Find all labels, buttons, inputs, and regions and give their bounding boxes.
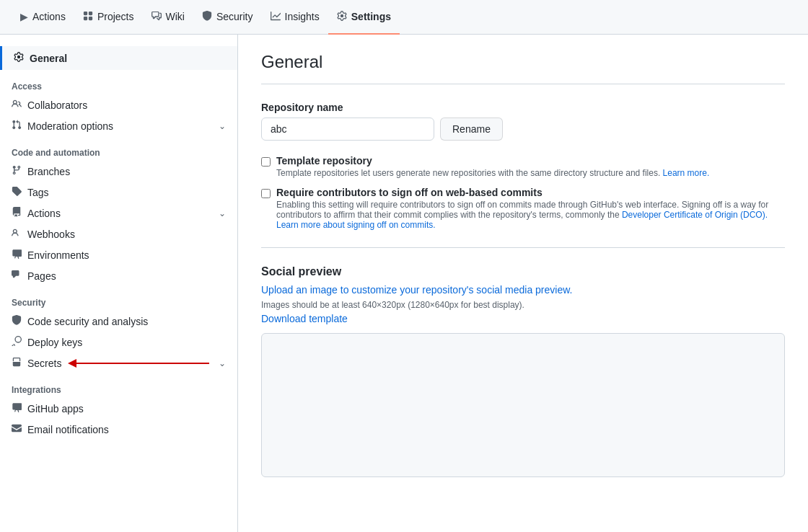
repo-name-row: Rename [261,118,785,141]
sidebar-section-access: Access [0,70,237,94]
template-repo-learn-more-link[interactable]: Learn more. [663,168,710,178]
security-icon [202,11,212,23]
repo-name-label: Repository name [261,102,785,113]
nav-settings-label: Settings [351,11,391,22]
sidebar-item-moderation[interactable]: Moderation options ⌄ [0,115,237,136]
sidebar-item-email-notifications[interactable]: Email notifications [0,419,237,440]
sidebar-item-pages[interactable]: Pages [0,265,237,286]
sidebar-secrets-container: Secrets ⌄ [0,353,237,373]
sidebar-tags-label: Tags [27,187,49,198]
actions-sidebar-icon [12,207,22,219]
nav-actions-label: Actions [32,11,66,22]
sidebar-item-deploy-keys[interactable]: Deploy keys [0,332,237,353]
nav-security[interactable]: Security [193,0,262,35]
sidebar-item-collaborators[interactable]: Collaborators [0,94,237,115]
wiki-icon [152,11,162,23]
repo-name-input[interactable] [261,118,434,141]
sidebar-item-code-security[interactable]: Code security and analysis [0,311,237,332]
tags-icon [12,186,22,198]
secrets-icon [12,357,22,369]
sidebar-github-apps-label: GitHub apps [27,403,84,414]
main-content: General Repository name Rename Template … [238,35,808,532]
projects-icon [83,11,93,23]
social-preview-title: Social preview [261,265,785,278]
sidebar-moderation-label: Moderation options [27,120,113,132]
sign-off-learn-more-link[interactable]: Learn more about signing off on commits. [276,220,436,230]
sidebar-section-integrations: Integrations [0,373,237,398]
code-security-icon [12,315,22,327]
sidebar-item-github-apps[interactable]: GitHub apps [0,398,237,419]
nav-wiki-label: Wiki [166,11,185,22]
actions-icon: ▶ [20,11,28,22]
nav-projects[interactable]: Projects [74,0,143,35]
sidebar-item-branches[interactable]: Branches [0,161,237,182]
sidebar-item-environments[interactable]: Environments [0,244,237,265]
collaborators-icon [12,99,22,111]
sign-off-desc: Enabling this setting will require contr… [276,200,785,230]
sidebar-section-automation: Code and automation [0,136,237,161]
sidebar-webhooks-label: Webhooks [27,229,75,240]
download-template-link[interactable]: Download template [261,313,348,324]
sidebar-item-tags[interactable]: Tags [0,182,237,203]
nav-projects-label: Projects [97,11,134,22]
nav-insights-label: Insights [285,11,320,22]
github-apps-icon [12,402,22,414]
sidebar-branches-label: Branches [27,166,70,177]
sign-off-label: Require contributors to sign off on web-… [276,187,785,198]
sidebar-deploy-keys-label: Deploy keys [27,337,82,348]
template-repo-desc: Template repositories let users generate… [276,168,709,178]
top-navigation: ▶ Actions Projects Wiki Security Insight… [0,0,808,35]
dco-link[interactable]: Developer Certificate of Origin (DCO). [622,210,768,220]
actions-chevron-icon: ⌄ [219,208,226,218]
sidebar-item-webhooks[interactable]: Webhooks [0,223,237,244]
sign-off-row: Require contributors to sign off on web-… [261,187,785,230]
sidebar-code-security-label: Code security and analysis [27,316,148,327]
moderation-chevron-icon: ⌄ [219,121,226,131]
social-preview-size: Images should be at least 640×320px (128… [261,300,785,310]
page-layout: General Access Collaborators Moderation … [0,35,808,532]
sidebar-item-secrets[interactable]: Secrets ⌄ [0,353,237,373]
sidebar-environments-label: Environments [27,249,89,261]
social-preview-upload-link[interactable]: Upload an image to customize your reposi… [261,284,572,296]
sidebar-collaborators-label: Collaborators [27,99,87,111]
settings-icon [337,11,347,23]
branches-icon [12,165,22,177]
template-repo-row: Template repository Template repositorie… [261,155,785,178]
social-preview-box [261,333,785,477]
pages-icon [12,270,22,282]
insights-icon [271,11,281,23]
template-repo-checkbox[interactable] [261,157,271,167]
nav-insights[interactable]: Insights [262,0,328,35]
moderation-icon [12,120,22,132]
sidebar-section-security: Security [0,286,237,311]
sidebar: General Access Collaborators Moderation … [0,35,238,532]
page-title: General [261,52,785,84]
secrets-chevron-icon: ⌄ [219,358,226,368]
sidebar-general-label: General [30,53,67,64]
nav-security-label: Security [216,11,253,22]
general-icon [14,52,24,64]
sidebar-actions-label: Actions [27,208,61,219]
sidebar-secrets-label: Secrets [27,358,61,369]
template-repo-label: Template repository [276,155,709,167]
rename-button[interactable]: Rename [440,118,503,141]
email-notifications-icon [12,423,22,435]
sidebar-item-actions[interactable]: Actions ⌄ [0,203,237,223]
environments-icon [12,249,22,261]
deploy-keys-icon [12,336,22,348]
divider-1 [261,247,785,248]
sidebar-email-notifications-label: Email notifications [27,424,109,435]
nav-actions[interactable]: ▶ Actions [12,0,74,35]
sidebar-pages-label: Pages [27,270,56,282]
webhooks-icon [12,228,22,240]
sign-off-checkbox[interactable] [261,189,271,198]
sidebar-item-general[interactable]: General [0,46,237,70]
nav-settings[interactable]: Settings [328,0,400,35]
nav-wiki[interactable]: Wiki [143,0,193,35]
